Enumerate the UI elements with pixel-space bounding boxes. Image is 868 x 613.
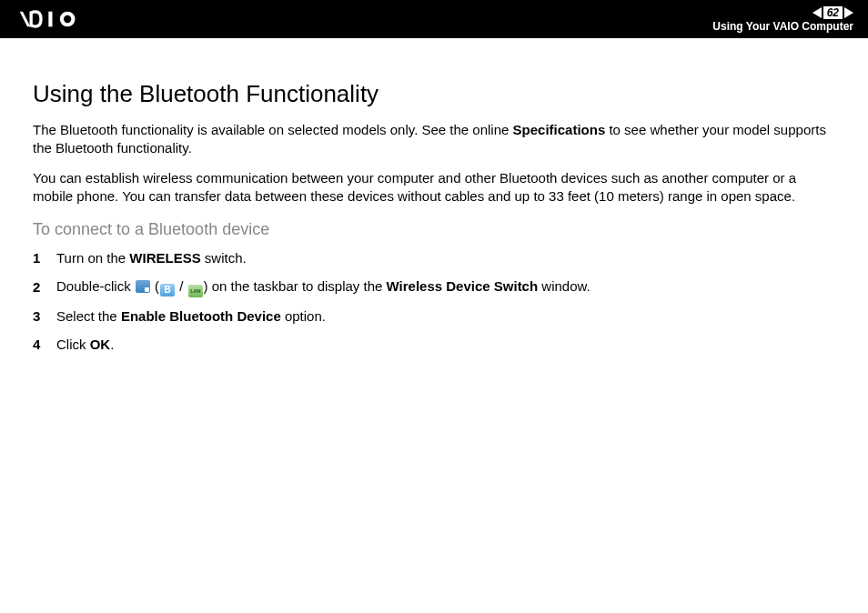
header-bar: 62 Using Your VAIO Computer: [0, 0, 868, 38]
breadcrumb: Using Your VAIO Computer: [712, 20, 853, 33]
enable-bluetooth-bold: Enable Bluetooth Device: [121, 308, 281, 324]
step-number: 1: [33, 248, 56, 267]
text: (: [151, 278, 159, 294]
prev-page-arrow-icon[interactable]: [812, 7, 822, 18]
text: Double-click: [56, 278, 135, 294]
page-content: Using the Bluetooth Functionality The Bl…: [0, 38, 868, 354]
step-text: Turn on the WIRELESS switch.: [56, 248, 835, 267]
text: /: [176, 278, 187, 294]
next-page-arrow-icon[interactable]: [844, 7, 853, 18]
text: option.: [281, 308, 326, 324]
text: .: [110, 337, 114, 352]
bluetooth-b-icon: B: [160, 284, 175, 296]
step-2: 2 Double-click (B / LAN) on the taskbar …: [33, 276, 835, 297]
section-subtitle: To connect to a Bluetooth device: [33, 220, 835, 239]
text: The Bluetooth functionality is available…: [33, 122, 513, 137]
taskbar-tray-icon: [136, 280, 150, 293]
page-navigation: 62: [812, 6, 853, 19]
text: window.: [538, 278, 590, 294]
lan-icon: LAN: [188, 285, 203, 297]
step-number: 2: [33, 277, 56, 296]
step-text: Double-click (B / LAN) on the taskbar to…: [56, 276, 835, 297]
step-4: 4 Click OK.: [33, 335, 835, 354]
step-1: 1 Turn on the WIRELESS switch.: [33, 248, 835, 267]
text: Turn on the: [56, 250, 129, 266]
page-title: Using the Bluetooth Functionality: [33, 80, 835, 108]
wireless-bold: WIRELESS: [129, 250, 200, 266]
text: ) on the taskbar to display the: [204, 278, 387, 294]
intro-paragraph-2: You can establish wireless communication…: [33, 169, 835, 206]
step-number: 3: [33, 306, 56, 326]
step-text: Click OK.: [56, 335, 835, 354]
svg-rect-0: [48, 12, 52, 27]
intro-paragraph-1: The Bluetooth functionality is available…: [33, 121, 835, 158]
steps-list: 1 Turn on the WIRELESS switch. 2 Double-…: [33, 248, 835, 354]
specifications-bold: Specifications: [513, 122, 606, 137]
ok-bold: OK: [90, 337, 111, 352]
text: Click: [56, 337, 90, 352]
page-number: 62: [823, 6, 843, 19]
vaio-logo: [18, 10, 109, 28]
step-3: 3 Select the Enable Bluetooth Device opt…: [33, 306, 835, 326]
step-number: 4: [33, 335, 56, 354]
text: switch.: [201, 250, 247, 266]
step-text: Select the Enable Bluetooth Device optio…: [56, 306, 835, 326]
header-right: 62 Using Your VAIO Computer: [712, 6, 853, 33]
text: Select the: [56, 308, 121, 324]
wireless-device-switch-bold: Wireless Device Switch: [387, 278, 539, 294]
